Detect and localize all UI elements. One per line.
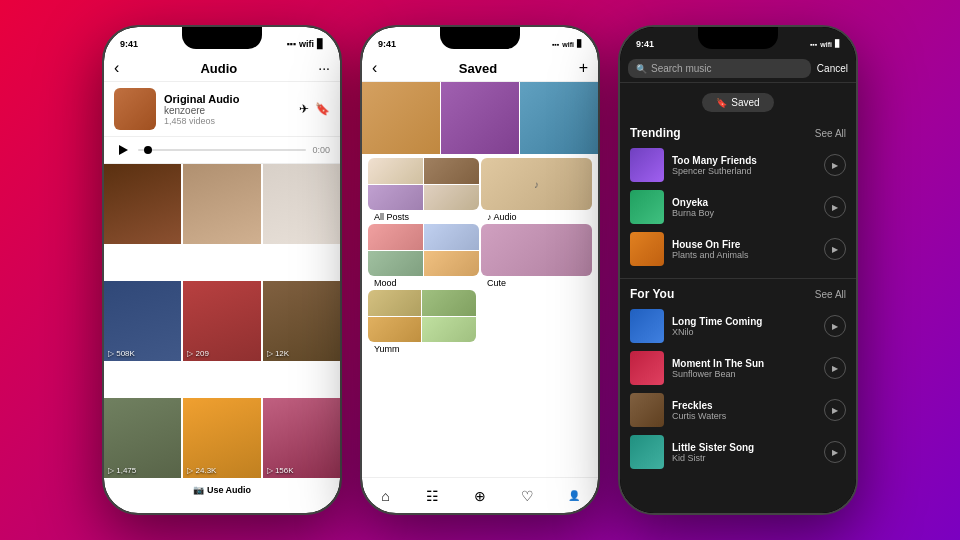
- search-input-box[interactable]: 🔍 Search music: [628, 59, 811, 78]
- video-cell-8[interactable]: ▷ 24.3K: [183, 398, 260, 478]
- bookmark-icon-music: 🔖: [716, 98, 727, 108]
- track-info-2: Onyeka Burna Boy: [672, 197, 816, 218]
- nav-likes[interactable]: ♡: [517, 486, 537, 506]
- track-name-2: Onyeka: [672, 197, 816, 208]
- top-img-3: [520, 82, 598, 154]
- cancel-button[interactable]: Cancel: [817, 63, 848, 74]
- video-grid: ▷ 508K ▷ 209 ▷ 12K ▷ 1,475 ▷ 24.3K ▷ 156…: [104, 164, 340, 513]
- for-you-track-2[interactable]: Moment In The Sun Sunflower Bean ▶: [630, 347, 846, 389]
- video-cell-7[interactable]: ▷ 1,475: [104, 398, 181, 478]
- status-bar-2: 9:41 ▪▪▪ wifi ▊: [362, 27, 598, 55]
- for-you-section: For You See All Long Time Coming XNilo ▶…: [620, 283, 856, 477]
- fy-play-4[interactable]: ▶: [824, 441, 846, 463]
- audio-more-btn[interactable]: ···: [318, 60, 330, 76]
- fy-thumb-1: [630, 309, 664, 343]
- all-posts-label: All Posts: [368, 212, 479, 222]
- fy-play-1[interactable]: ▶: [824, 315, 846, 337]
- battery-icon-2: ▊: [577, 40, 582, 48]
- fy-info-4: Little Sister Song Kid Sistr: [672, 442, 816, 463]
- phone-saved-screen: 9:41 ▪▪▪ wifi ▊ ‹ Saved +: [362, 27, 598, 513]
- svg-marker-0: [119, 145, 128, 155]
- video-cell-2[interactable]: [183, 164, 260, 244]
- wifi-icon: wifi: [299, 39, 314, 49]
- trending-track-2[interactable]: Onyeka Burna Boy ▶: [630, 186, 846, 228]
- mood-collection[interactable]: Mood: [368, 224, 479, 288]
- saved-nav: ⌂ ☷ ⊕ ♡ 👤: [362, 477, 598, 513]
- track-name-1: Too Many Friends: [672, 155, 816, 166]
- track-artist-2: Burna Boy: [672, 208, 816, 218]
- share-icon[interactable]: ✈: [299, 102, 309, 116]
- for-you-title: For You: [630, 287, 674, 301]
- saved-pill[interactable]: 🔖 Saved: [702, 93, 773, 112]
- saved-pill-label: Saved: [731, 97, 759, 108]
- fy-play-3[interactable]: ▶: [824, 399, 846, 421]
- nav-home[interactable]: ⌂: [376, 486, 396, 506]
- status-time-3: 9:41: [636, 39, 654, 49]
- status-bar-1: 9:41 ▪▪▪ wifi ▊: [104, 27, 340, 55]
- status-icons-2: ▪▪▪ wifi ▊: [552, 40, 582, 48]
- fy-name-3: Freckles: [672, 400, 816, 411]
- track-name: Original Audio: [164, 93, 291, 105]
- fy-info-3: Freckles Curtis Waters: [672, 400, 816, 421]
- track-info-1: Too Many Friends Spencer Sutherland: [672, 155, 816, 176]
- nav-reels[interactable]: ☷: [423, 486, 443, 506]
- for-you-track-4[interactable]: Little Sister Song Kid Sistr ▶: [630, 431, 846, 473]
- saved-header: ‹ Saved +: [362, 55, 598, 82]
- for-you-see-all[interactable]: See All: [815, 289, 846, 300]
- nav-profile[interactable]: 👤: [564, 486, 584, 506]
- signal-icon-3: ▪▪▪: [810, 41, 817, 48]
- saved-back-btn[interactable]: ‹: [372, 59, 377, 77]
- video-cell-6[interactable]: ▷ 12K: [263, 281, 340, 361]
- search-placeholder: Search music: [651, 63, 712, 74]
- for-you-track-1[interactable]: Long Time Coming XNilo ▶: [630, 305, 846, 347]
- fy-info-1: Long Time Coming XNilo: [672, 316, 816, 337]
- fy-name-1: Long Time Coming: [672, 316, 816, 327]
- play-btn-1[interactable]: ▶: [824, 154, 846, 176]
- play-btn-3[interactable]: ▶: [824, 238, 846, 260]
- fy-play-2[interactable]: ▶: [824, 357, 846, 379]
- yumm-label: Yumm: [368, 344, 476, 354]
- video-label-7: ▷ 1,475: [108, 466, 136, 475]
- trending-track-3[interactable]: House On Fire Plants and Animals ▶: [630, 228, 846, 270]
- play-btn-2[interactable]: ▶: [824, 196, 846, 218]
- for-you-track-3[interactable]: Freckles Curtis Waters ▶: [630, 389, 846, 431]
- collection-row-1: All Posts ♪ ♪ Audio: [362, 154, 598, 224]
- audio-track: Original Audio kenzoere 1,458 videos ✈ 🔖: [104, 82, 340, 137]
- bookmark-icon[interactable]: 🔖: [315, 102, 330, 116]
- audio-back-btn[interactable]: ‹: [114, 59, 119, 77]
- track-artist-1: Spencer Sutherland: [672, 166, 816, 176]
- status-time-2: 9:41: [378, 39, 396, 49]
- video-cell-1[interactable]: [104, 164, 181, 244]
- cute-collection[interactable]: Cute: [481, 224, 592, 288]
- video-label-5: ▷ 209: [187, 349, 209, 358]
- audio-collection[interactable]: ♪ ♪ Audio: [481, 158, 592, 222]
- video-cell-4[interactable]: ▷ 508K: [104, 281, 181, 361]
- all-posts-collection[interactable]: All Posts: [368, 158, 479, 222]
- progress-bar[interactable]: [138, 149, 306, 151]
- use-audio-button[interactable]: 📷 Use Audio: [183, 481, 261, 499]
- fy-artist-1: XNilo: [672, 327, 816, 337]
- phone-saved: 9:41 ▪▪▪ wifi ▊ ‹ Saved +: [360, 25, 600, 515]
- phone-music: 9:41 ▪▪▪ wifi ▊ 🔍 Search music Cancel 🔖 …: [618, 25, 858, 515]
- track-artist-3: Plants and Animals: [672, 250, 816, 260]
- trending-see-all[interactable]: See All: [815, 128, 846, 139]
- video-cell-3[interactable]: [263, 164, 340, 244]
- mood-label: Mood: [368, 278, 479, 288]
- signal-icon-2: ▪▪▪: [552, 41, 559, 48]
- phone-audio: 9:41 ▪▪▪ wifi ▊ ‹ Audio ··· Original Aud…: [102, 25, 342, 515]
- saved-add-btn[interactable]: +: [579, 59, 588, 77]
- trending-track-1[interactable]: Too Many Friends Spencer Sutherland ▶: [630, 144, 846, 186]
- signal-icon: ▪▪▪: [286, 39, 296, 49]
- section-divider: [620, 278, 856, 279]
- track-thumb-2: [630, 190, 664, 224]
- search-icon: 🔍: [636, 64, 647, 74]
- top-img-2: [441, 82, 519, 154]
- yumm-collection[interactable]: Yumm: [368, 290, 476, 354]
- playbar: 0:00: [104, 137, 340, 164]
- phone-audio-screen: 9:41 ▪▪▪ wifi ▊ ‹ Audio ··· Original Aud…: [104, 27, 340, 513]
- video-cell-5[interactable]: ▷ 209: [183, 281, 260, 361]
- play-button[interactable]: [114, 141, 132, 159]
- nav-add[interactable]: ⊕: [470, 486, 490, 506]
- video-cell-9[interactable]: ▷ 156K: [263, 398, 340, 478]
- status-icons-3: ▪▪▪ wifi ▊: [810, 40, 840, 48]
